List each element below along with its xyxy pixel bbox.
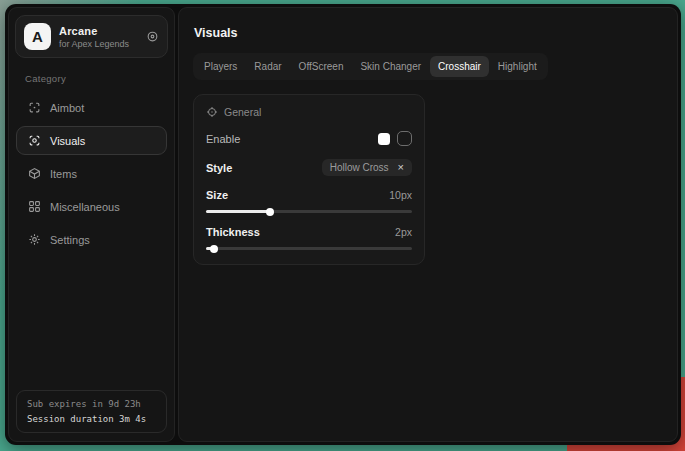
size-slider[interactable] [206,210,412,213]
style-row: Style Hollow Cross × [206,159,412,176]
enable-row: Enable [206,131,412,146]
sidebar-item-items[interactable]: Items [16,159,167,188]
section-header: General [206,106,412,118]
sub-expires-text: Sub expires in 9d 23h [27,399,156,409]
gear-icon [27,233,41,246]
app-titles: Arcane for Apex Legends [59,25,138,49]
sidebar-item-settings[interactable]: Settings [16,225,167,254]
app-title: Arcane [59,25,138,37]
thickness-value: 2px [395,226,412,238]
sidebar-item-visuals[interactable]: Visuals [16,126,167,155]
size-value: 10px [389,189,412,201]
thickness-slider-fill [206,247,214,250]
color-swatch[interactable] [378,133,390,145]
enable-label: Enable [206,133,240,145]
screen: A Arcane for Apex Legends Category [0,0,685,451]
package-icon [27,167,41,180]
app-subtitle: for Apex Legends [59,39,138,49]
page-title: Visuals [194,26,663,40]
sidebar-item-label: Settings [50,234,90,246]
sidebar-item-label: Aimbot [50,102,84,114]
subscription-status-card: Sub expires in 9d 23h Session duration 3… [16,390,167,433]
cheat-menu-window: A Arcane for Apex Legends Category [5,4,681,445]
thickness-slider[interactable] [206,247,412,250]
section-title: General [224,106,261,118]
sidebar-item-label: Items [50,168,77,180]
enable-checkbox[interactable] [397,131,412,146]
visuals-tabbar: Players Radar OffScreen Skin Changer Cro… [193,53,548,80]
size-slider-thumb[interactable] [266,208,274,216]
tab-skin-changer[interactable]: Skin Changer [352,56,429,77]
category-label: Category [25,73,158,84]
enable-controls [378,131,412,146]
tab-offscreen[interactable]: OffScreen [291,56,352,77]
sidebar-spacer [15,256,168,388]
thickness-slider-thumb[interactable] [210,245,218,253]
sidebar-item-miscellaneous[interactable]: Miscellaneous [16,192,167,221]
scan-eye-icon [27,134,41,147]
thickness-row: Thickness 2px [206,226,412,238]
sidebar-item-label: Miscellaneous [50,201,120,213]
style-label: Style [206,162,232,174]
tab-highlight[interactable]: Highlight [490,56,545,77]
general-settings-card: General Enable Style Hollow Cross × [193,94,425,265]
style-dropdown[interactable]: Hollow Cross × [322,159,412,176]
tab-crosshair[interactable]: Crosshair [430,56,489,77]
crosshair-icon [27,101,41,114]
size-label: Size [206,189,228,201]
app-logo: A [24,23,51,50]
session-duration-text: Session duration 3m 4s [27,414,156,424]
tab-players[interactable]: Players [196,56,245,77]
grid-icon [27,200,41,213]
tab-radar[interactable]: Radar [246,56,289,77]
style-selected-value: Hollow Cross [330,162,389,173]
app-header-card: A Arcane for Apex Legends [15,15,168,58]
size-row: Size 10px [206,189,412,201]
crosshair-target-icon [206,106,218,118]
close-icon[interactable]: × [398,162,404,173]
sidebar-item-label: Visuals [50,135,85,147]
size-slider-fill [206,210,270,213]
thickness-label: Thickness [206,226,260,238]
sidebar: A Arcane for Apex Legends Category [8,7,175,442]
sidebar-item-aimbot[interactable]: Aimbot [16,93,167,122]
target-badge-icon[interactable] [146,30,159,43]
main-content: Visuals Players Radar OffScreen Skin Cha… [178,7,678,442]
